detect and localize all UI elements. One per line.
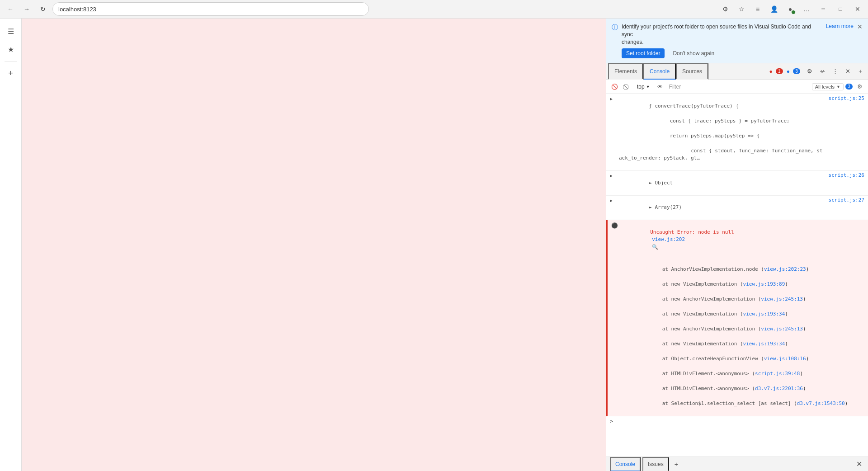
console-entry-error: ⚫ Uncaught Error: node is null view.js:2… (606, 220, 868, 416)
info-actions: Set root folder Don't show again (622, 48, 822, 58)
sidebar-tab-button[interactable]: ☰ (3, 23, 19, 39)
set-root-folder-button[interactable]: Set root folder (622, 48, 665, 58)
devtools-dock-button[interactable]: ↚ (816, 66, 828, 77)
devtools-panel: ⓘ Identify your project's root folder to… (606, 19, 868, 471)
stack-link-10[interactable]: d3.v7.js:1543:50 (797, 400, 845, 406)
edge-extension-button[interactable]: ● (784, 3, 797, 15)
extensions-button[interactable]: ⚙ (719, 3, 731, 15)
devtools-tab-actions: ● 1 ● 3 ⚙ ↚ ⋮ ✕ + (769, 66, 867, 77)
message-count-badge: 3 (845, 84, 853, 89)
dont-show-again-button[interactable]: Don't show again (668, 48, 719, 58)
stack-link-3[interactable]: view.js:245:13 (761, 296, 803, 302)
info-banner: ⓘ Identify your project's root folder to… (606, 19, 868, 63)
browser-chrome: ← → ↻ localhost:8123 ⚙ ☆ ≡ 👤 ● … − □ ✕ (0, 0, 868, 19)
error-badge: 1 (776, 68, 783, 74)
sidebar-add-button[interactable]: + (3, 65, 19, 81)
console-content: ▶ ƒ convertTrace(pyTutorTrace) { const {… (606, 94, 868, 457)
filter-input[interactable] (667, 83, 810, 91)
context-selector[interactable]: top ▼ (634, 83, 653, 91)
eye-button[interactable]: 👁 (655, 81, 665, 92)
devtools-add-tab-button[interactable]: + (854, 66, 866, 77)
stack-link-1[interactable]: view.js:202:23 (764, 266, 806, 272)
page-area (22, 19, 606, 471)
devtools-bottom-bar: Console Issues + ✕ (606, 457, 868, 471)
console-entry-object: ▶ ► Object script.js:26 (606, 171, 868, 196)
bottom-add-button[interactable]: + (671, 459, 682, 470)
search-in-error-button[interactable]: 🔍 (652, 244, 658, 250)
object-expand-icon[interactable]: ▶ (610, 172, 613, 179)
error-icon: ● (769, 68, 773, 75)
console-entry-function: ▶ ƒ convertTrace(pyTutorTrace) { const {… (606, 94, 868, 171)
chevron-right-icon[interactable]: ▶ (610, 95, 613, 102)
console-toolbar: 🚫 ⃠ top ▼ 👁 All levels ▼ 3 ⚙ (606, 80, 868, 94)
stack-link-6[interactable]: view.js:193:34 (743, 341, 785, 347)
address-bar[interactable]: localhost:8123 (52, 2, 369, 16)
filter-toggle-button[interactable]: ⃠ (622, 81, 632, 92)
close-browser-button[interactable]: ✕ (851, 2, 864, 16)
clear-console-button[interactable]: 🚫 (609, 81, 620, 92)
chevron-down-icon: ▼ (646, 85, 650, 89)
warning-badge-group: ● 3 (787, 68, 800, 75)
error-entry-icon: ⚫ (611, 221, 618, 230)
warning-icon: ● (787, 68, 790, 75)
bottom-tab-console[interactable]: Console (610, 457, 641, 471)
back-button[interactable]: ← (4, 2, 17, 16)
collections-button[interactable]: ≡ (751, 3, 764, 15)
array-entry-link[interactable]: script.js:27 (829, 197, 864, 204)
stack-link-8[interactable]: script.js:39:48 (755, 371, 800, 377)
maximize-button[interactable]: □ (834, 2, 847, 16)
url-display: localhost:8123 (58, 6, 96, 13)
function-entry-text: ƒ convertTrace(pyTutorTrace) { const { t… (619, 95, 825, 170)
stack-link-5[interactable]: view.js:245:13 (761, 326, 803, 332)
tab-elements[interactable]: Elements (608, 63, 643, 80)
stack-link-2[interactable]: view.js:193:89 (743, 281, 785, 287)
tab-console[interactable]: Console (643, 63, 676, 80)
sidebar-favorites-button[interactable]: ★ (3, 41, 19, 57)
warning-badge: 3 (793, 68, 800, 74)
tab-sources[interactable]: Sources (676, 63, 708, 80)
favorites-button[interactable]: ☆ (735, 3, 748, 15)
devtools-tabs: Elements Console Sources ● 1 ● 3 ⚙ ↚ ⋮ (606, 63, 868, 80)
array-expand-icon[interactable]: ▶ (610, 197, 613, 204)
sidebar: ☰ ★ + (0, 19, 22, 471)
console-prompt: > (606, 416, 868, 426)
main-content: ☰ ★ + ⓘ Identify your project's root fol… (0, 19, 868, 471)
devtools-settings-button[interactable]: ⚙ (804, 66, 816, 77)
bottom-tab-issues[interactable]: Issues (642, 457, 669, 471)
console-entry-array: ▶ ► Array(27) script.js:27 (606, 196, 868, 221)
forward-button[interactable]: → (20, 2, 33, 16)
profile-button[interactable]: 👤 (768, 3, 780, 15)
levels-selector[interactable]: All levels ▼ (812, 83, 844, 90)
error-entry-text: Uncaught Error: node is null view.js:202… (620, 221, 864, 415)
sidebar-divider (5, 61, 17, 61)
stack-link-4[interactable]: view.js:193:34 (743, 311, 785, 317)
function-entry-link[interactable]: script.js:25 (829, 95, 864, 103)
minimize-button[interactable]: − (816, 2, 830, 16)
info-close-button[interactable]: ✕ (857, 23, 863, 30)
info-banner-text: Identify your project's root folder to o… (622, 23, 822, 46)
error-main-link[interactable]: view.js:202 (652, 236, 685, 242)
learn-more-link[interactable]: Learn more (826, 23, 854, 29)
info-banner-content: Identify your project's root folder to o… (622, 23, 822, 58)
error-badge-group: ● 1 (769, 68, 783, 75)
prompt-icon: > (610, 418, 613, 424)
console-settings-button[interactable]: ⚙ (854, 81, 865, 92)
stack-link-9[interactable]: d3.v7.js:2201:36 (755, 386, 803, 391)
devtools-close-button[interactable]: ✕ (842, 66, 854, 77)
reload-button[interactable]: ↻ (36, 2, 50, 16)
levels-chevron-icon: ▼ (836, 85, 840, 89)
stack-link-7[interactable]: view.js:108:16 (764, 356, 806, 362)
settings-dots-button[interactable]: … (800, 3, 813, 15)
bottom-close-button[interactable]: ✕ (854, 459, 864, 470)
object-entry-text: ► Object (619, 172, 825, 194)
object-entry-link[interactable]: script.js:26 (829, 172, 864, 179)
array-entry-text: ► Array(27) (619, 197, 825, 219)
devtools-more-button[interactable]: ⋮ (829, 66, 841, 77)
info-icon: ⓘ (612, 24, 618, 32)
browser-actions: ⚙ ☆ ≡ 👤 ● … − □ ✕ (719, 2, 864, 16)
address-bar-row: ← → ↻ localhost:8123 ⚙ ☆ ≡ 👤 ● … − □ ✕ (0, 0, 868, 18)
